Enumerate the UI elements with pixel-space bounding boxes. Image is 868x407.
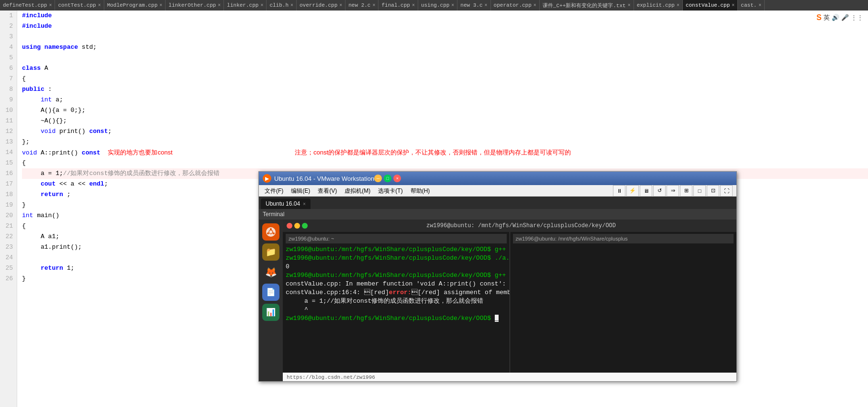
url-bar: https://blog.csdn.net/zw1996 (283, 373, 736, 381)
terminal-pane-left-title: zw1996@ubuntu: ~ (286, 234, 507, 243)
folder-sidebar-icon[interactable]: 📁 (262, 243, 279, 261)
editor-tab-0[interactable]: defineTest.cpp× (0, 0, 55, 11)
line-num-18: 18 (4, 189, 13, 200)
editor-tab-2[interactable]: ModleProgram.cpp× (104, 0, 166, 11)
vmware-menu-help[interactable]: 帮助(H) (407, 185, 434, 197)
line-num-17: 17 (4, 179, 13, 189)
doc-sidebar-icon[interactable]: 📄 (262, 284, 279, 301)
tab-close-3[interactable]: × (218, 3, 221, 8)
tab-label-15: cast. (741, 2, 757, 8)
vmware-tool-btn-6[interactable]: ⊞ (680, 185, 692, 197)
vmware-tool-btn-7[interactable]: □ (693, 185, 706, 197)
tab-label-3: linkerOther.cpp (168, 2, 216, 8)
editor-tab-14[interactable]: constValue.cpp× (683, 0, 738, 11)
code-line-13: }; (22, 137, 868, 147)
terminal-label: Terminal (263, 211, 284, 218)
vmware-tool-btn-4[interactable]: ↺ (653, 185, 666, 197)
terminal-max-dot[interactable] (302, 223, 308, 229)
firefox-sidebar-icon[interactable]: 🦊 (262, 264, 279, 281)
editor-tab-12[interactable]: 课件_C++新和有变化的关键字.txt× (540, 0, 634, 11)
tab-close-5[interactable]: × (290, 3, 293, 8)
tab-close-0[interactable]: × (49, 3, 52, 8)
vmware-menu-view[interactable]: 查看(V) (314, 185, 341, 197)
terminal-close-dot[interactable] (287, 223, 292, 229)
spreadsheet-sidebar-icon[interactable]: 📊 (262, 304, 279, 321)
tab-close-9[interactable]: × (451, 3, 454, 8)
terminal-header: zw1996@ubuntu: /mnt/hgfs/WinShare/cplusp… (283, 220, 736, 232)
tab-close-12[interactable]: × (628, 3, 631, 8)
tab-close-14[interactable]: × (732, 3, 734, 8)
vmware-tool-btn-8[interactable]: ⊡ (707, 185, 719, 197)
terminal-line: 0 (286, 263, 507, 271)
code-line-4: using namespace std; (22, 42, 868, 53)
vmware-title-bar[interactable]: ▶ Ubuntu 16.04 - VMware Workstation ─ □ … (259, 172, 736, 185)
code-line-6: class A (22, 63, 868, 74)
line-num-25: 25 (4, 263, 13, 274)
tab-close-8[interactable]: × (412, 3, 415, 8)
editor-tab-13[interactable]: explicit.cpp× (634, 0, 683, 11)
editor-tab-3[interactable]: linkerOther.cpp× (166, 0, 224, 11)
code-line-9: int a; (22, 95, 868, 105)
terminal-pane-right[interactable]: zw1996@ubuntu: /mnt/hgfs/WinShare/cplusp… (510, 232, 737, 373)
vmware-fullscreen-button[interactable]: ⛶ (720, 185, 733, 197)
vmware-menu-tabs[interactable]: 选项卡(T) (374, 185, 406, 197)
tab-label-7: new 2.c (348, 2, 370, 8)
tab-close-15[interactable]: × (758, 3, 761, 8)
ubuntu-tab-close[interactable]: × (303, 201, 306, 207)
tab-label-10: new 3.c (460, 2, 482, 8)
vmware-menu-vm[interactable]: 虚拟机(M) (341, 185, 374, 197)
vmware-tool-btn-2[interactable]: ⚡ (626, 185, 639, 197)
tab-close-11[interactable]: × (534, 3, 536, 8)
vmware-menu-file[interactable]: 文件(F) (261, 185, 287, 197)
vmware-close-button[interactable]: × (393, 175, 401, 182)
editor-tab-8[interactable]: final.cpp× (378, 0, 418, 11)
ubuntu-sidebar-icon[interactable] (262, 223, 279, 241)
terminal-line: constValue.cpp: In member function 'void… (286, 280, 507, 288)
terminal-line: zw1996@ubuntu:/mnt/hgfs/WinShare/cpluspl… (286, 245, 507, 254)
tab-close-2[interactable]: × (159, 3, 162, 8)
line-num-12: 12 (4, 126, 13, 137)
tab-close-4[interactable]: × (260, 3, 263, 8)
tab-close-6[interactable]: × (339, 3, 342, 8)
editor-tab-4[interactable]: linker.cpp× (224, 0, 267, 11)
editor-tab-1[interactable]: contTest.cpp× (55, 0, 104, 11)
vmware-play-button[interactable]: ⏸ (613, 185, 625, 197)
vmware-window[interactable]: ▶ Ubuntu 16.04 - VMware Workstation ─ □ … (258, 171, 737, 382)
vmware-maximize-button[interactable]: □ (384, 175, 391, 182)
terminal-pane-left[interactable]: zw1996@ubuntu: ~ zw1996@ubuntu:/mnt/hgfs… (283, 232, 510, 373)
terminal-pane-right-title: zw1996@ubuntu: /mnt/hgfs/WinShare/cplusp… (513, 234, 734, 243)
line-num-3: 3 (4, 32, 13, 42)
tab-label-13: explicit.cpp (637, 2, 675, 8)
editor-tab-10[interactable]: new 3.c× (457, 0, 490, 11)
tab-close-1[interactable]: × (98, 3, 101, 8)
tab-close-13[interactable]: × (677, 3, 679, 8)
tab-close-10[interactable]: × (485, 3, 488, 8)
code-line-12: void print() const; (22, 126, 868, 137)
ubuntu-tab-main[interactable]: Ubuntu 16.04 × (261, 198, 311, 209)
terminal-min-dot[interactable] (294, 223, 300, 229)
editor-tab-11[interactable]: operator.cpp× (491, 0, 540, 11)
terminal-area: 📁 🦊 📄 📊 zw1996@ubuntu: /mnt/hgfs/WinShar… (259, 220, 736, 381)
tab-label-0: defineTest.cpp (3, 2, 47, 8)
vmware-menu-edit[interactable]: 编辑(E) (287, 185, 314, 197)
tab-bar: defineTest.cpp×contTest.cpp×ModleProgram… (0, 0, 868, 11)
terminal-line: ^ (286, 306, 507, 314)
line-num-10: 10 (4, 105, 13, 116)
tab-label-2: ModleProgram.cpp (107, 2, 158, 8)
code-line-15: { (22, 158, 868, 168)
code-line-5 (22, 53, 868, 63)
terminal-main: zw1996@ubuntu: /mnt/hgfs/WinShare/cplusp… (283, 220, 736, 381)
vmware-tool-btn-5[interactable]: ⇒ (667, 185, 679, 197)
vmware-minimize-button[interactable]: ─ (374, 175, 382, 182)
editor-tab-7[interactable]: new 2.c× (345, 0, 378, 11)
line-num-26: 26 (4, 274, 13, 284)
vmware-tool-btn-3[interactable]: 🖥 (640, 185, 652, 197)
editor-tab-15[interactable]: cast.× (738, 0, 765, 11)
editor-tab-5[interactable]: clib.h× (267, 0, 297, 11)
terminal-line: constValue.cpp:16:4: [red]error:[/red]… (286, 288, 507, 297)
editor-tab-6[interactable]: override.cpp× (297, 0, 345, 11)
url-text: https://blog.csdn.net/zw1996 (287, 374, 375, 380)
tab-label-6: override.cpp (300, 2, 337, 8)
editor-tab-9[interactable]: using.cpp× (418, 0, 457, 11)
tab-close-7[interactable]: × (372, 3, 375, 8)
